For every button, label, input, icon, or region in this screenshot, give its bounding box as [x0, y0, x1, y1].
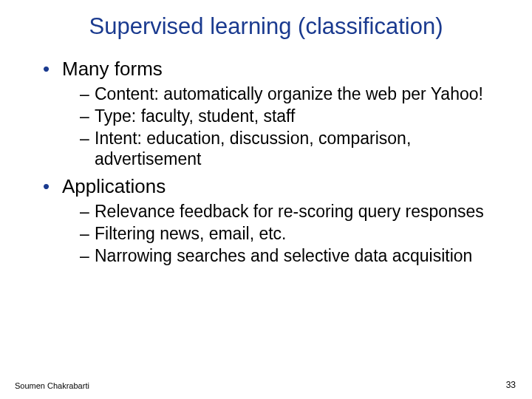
- slide-body: Many forms Content: automatically organi…: [43, 52, 502, 267]
- bullet-applications: Applications: [43, 175, 502, 198]
- subbullet-filtering: Filtering news, email, etc.: [80, 223, 502, 244]
- page-number: 33: [506, 380, 516, 390]
- subbullet-relevance: Relevance feedback for re-scoring query …: [80, 201, 502, 222]
- slide-title: Supervised learning (classification): [0, 13, 532, 40]
- subbullet-intent: Intent: education, discussion, compariso…: [80, 128, 502, 169]
- slide: Supervised learning (classification) Man…: [0, 0, 532, 399]
- bullet-many-forms: Many forms: [43, 58, 502, 81]
- subbullet-type: Type: faculty, student, staff: [80, 106, 502, 126]
- subbullet-narrowing: Narrowing searches and selective data ac…: [80, 245, 502, 266]
- footer-author: Soumen Chakrabarti: [15, 381, 89, 390]
- subbullet-content: Content: automatically organize the web …: [80, 83, 502, 104]
